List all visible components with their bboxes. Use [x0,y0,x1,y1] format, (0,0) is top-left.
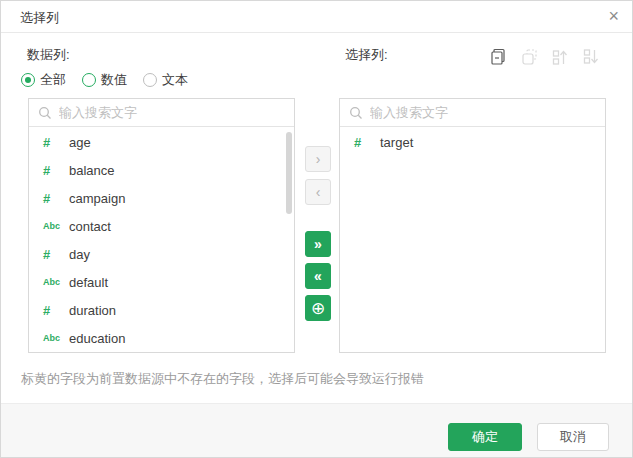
move-all-right-button[interactable]: » [305,231,331,257]
radio-numeric-circle [82,73,96,87]
selected-search-row [340,99,605,127]
radio-text[interactable]: 文本 [143,71,188,89]
field-name: contact [69,219,111,234]
field-name: education [69,331,125,346]
radio-all-circle [21,73,35,87]
dialog-title: 选择列 [20,9,59,27]
radio-numeric-label: 数值 [101,71,127,89]
field-name: duration [69,303,116,318]
field-type-icon: Abc [43,221,69,231]
list-item[interactable]: # duration [29,296,294,324]
field-name: target [380,135,413,150]
field-type-icon: # [43,191,69,206]
field-type-icon: # [43,135,69,150]
type-filter-radios: 全部 数值 文本 [21,71,188,89]
field-type-icon: # [43,303,69,318]
list-item[interactable]: Abc education [29,324,294,352]
list-item[interactable]: # age [29,128,294,156]
list-item[interactable]: Abc default [29,268,294,296]
radio-all[interactable]: 全部 [21,71,66,89]
source-columns-panel: # age # balance # campaign Abc contact [28,98,295,353]
move-top-icon[interactable] [549,46,571,68]
move-bottom-icon[interactable] [580,46,602,68]
cancel-button[interactable]: 取消 [537,423,609,451]
radio-text-label: 文本 [162,71,188,89]
list-item[interactable]: # target [340,128,605,156]
search-icon [349,106,363,120]
selected-columns-panel: # target [339,98,606,353]
move-all-left-button[interactable]: « [305,263,331,289]
selected-search-input[interactable] [340,99,605,125]
source-list-scrollbar[interactable] [286,132,292,214]
source-columns-list: # age # balance # campaign Abc contact [29,128,294,352]
close-icon[interactable]: × [608,6,619,26]
select-columns-dialog: 选择列 × 数据列: 选择列: [0,0,633,458]
field-name: balance [69,163,115,178]
source-search-row [29,99,294,127]
paste-icon[interactable] [518,46,540,68]
source-search-input[interactable] [29,99,294,125]
radio-all-label: 全部 [40,71,66,89]
list-item[interactable]: # day [29,240,294,268]
dialog-footer: 确定 取消 [1,403,632,457]
field-type-icon: Abc [43,333,69,343]
field-name: campaign [69,191,125,206]
field-type-icon: # [43,163,69,178]
list-item[interactable]: Abc contact [29,212,294,240]
confirm-button[interactable]: 确定 [448,423,522,451]
search-icon [38,106,52,120]
field-type-icon: Abc [43,277,69,287]
field-name: age [69,135,91,150]
list-item[interactable]: # balance [29,156,294,184]
selected-columns-list: # target [340,128,605,352]
selected-columns-label: 选择列: [345,46,388,64]
field-type-icon: # [354,135,380,150]
dialog-header: 选择列 × [1,1,632,33]
field-name: default [69,275,108,290]
selected-columns-toolbar [487,46,602,68]
list-item[interactable]: # campaign [29,184,294,212]
field-name: day [69,247,90,262]
copy-icon[interactable] [487,46,509,68]
move-right-button[interactable]: › [305,146,331,172]
radio-numeric[interactable]: 数值 [82,71,127,89]
warning-note: 标黄的字段为前置数据源中不存在的字段，选择后可能会导致运行报错 [21,370,424,388]
radio-text-circle [143,73,157,87]
move-left-button[interactable]: ‹ [305,179,331,205]
field-type-icon: # [43,247,69,262]
add-column-button[interactable]: ⊕ [305,295,331,321]
data-columns-label: 数据列: [27,46,70,64]
